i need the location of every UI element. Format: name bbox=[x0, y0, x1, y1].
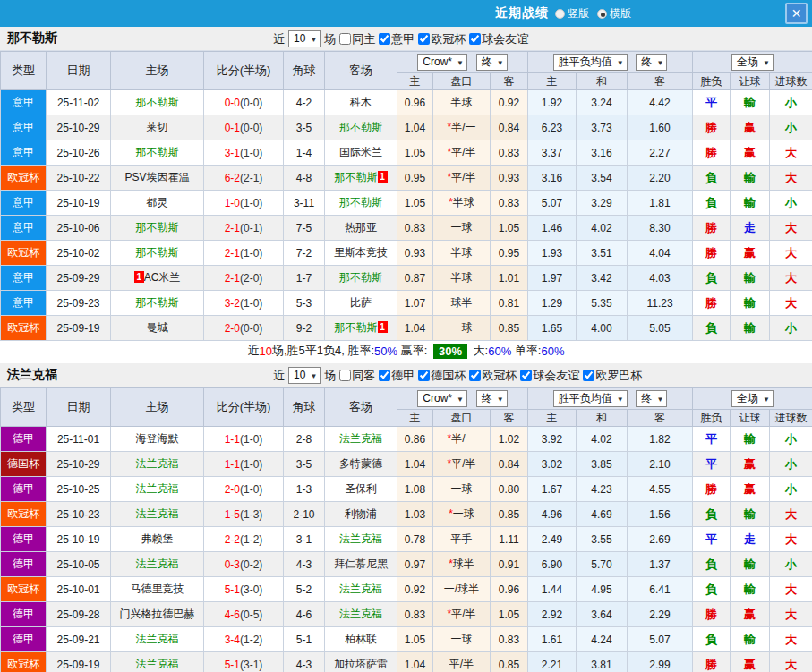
odds-final-select[interactable]: 终 bbox=[476, 390, 508, 407]
checkbox-label: 欧冠杯 bbox=[431, 31, 466, 47]
avg-home-cell: 1.67 bbox=[528, 477, 577, 502]
odds-home-cell: 1.05 bbox=[397, 140, 433, 166]
bookmaker-select[interactable]: Crow* bbox=[417, 54, 467, 71]
avg-draw-cell: 3.16 bbox=[577, 140, 628, 166]
league-cell: 德甲 bbox=[1, 552, 47, 577]
avg-away-cell: 2.99 bbox=[628, 652, 693, 672]
home-team-cell: 法兰克福 bbox=[111, 552, 204, 577]
fulltime-select[interactable]: 全场 bbox=[731, 54, 774, 71]
avg-home-cell: 6.90 bbox=[528, 552, 577, 577]
league-cell: 欧冠杯 bbox=[1, 652, 47, 672]
col-header-away: 客场 bbox=[325, 52, 397, 90]
handicap-result-cell: 走 bbox=[731, 527, 770, 552]
home-team-cell: 那不勒斯 bbox=[111, 140, 204, 166]
final-score: 1-1 bbox=[225, 433, 240, 446]
result-cell: 勝 bbox=[693, 241, 731, 266]
odds-group-header: Crow* 终 bbox=[397, 388, 528, 410]
col-header-avg-away: 客 bbox=[628, 73, 693, 90]
avg-select[interactable]: 胜平负均值 bbox=[553, 54, 628, 71]
league-cell: 德国杯 bbox=[1, 452, 47, 477]
league-cell: 欧冠杯 bbox=[1, 241, 47, 266]
handicap-cell: 一球 bbox=[433, 477, 491, 502]
odds-home-cell: 0.78 bbox=[397, 527, 433, 552]
avg-home-cell: 4.96 bbox=[528, 502, 577, 527]
half-score: (1-0) bbox=[240, 433, 262, 446]
col-header-goals-result: 进球数 bbox=[770, 410, 812, 427]
half-score: (1-2) bbox=[240, 634, 262, 646]
layout-radio-vertical[interactable]: 竖版 bbox=[555, 6, 589, 21]
team-label: 法兰克福 bbox=[339, 532, 382, 545]
checkbox-input[interactable] bbox=[469, 370, 481, 381]
odds-home-cell: 0.83 bbox=[397, 216, 433, 241]
col-header-date: 日期 bbox=[47, 52, 111, 90]
handicap-label: 平手 bbox=[451, 532, 473, 545]
avg-final-select[interactable]: 终 bbox=[636, 390, 667, 407]
final-score: 3-1 bbox=[225, 147, 240, 159]
match-row: 意甲25-09-23那不勒斯3-2(1-0)5-3比萨1.07球半0.811.2… bbox=[1, 291, 812, 316]
date-cell: 25-09-28 bbox=[47, 602, 111, 627]
layout-radio-horizontal[interactable]: 横版 bbox=[597, 6, 631, 21]
league-cell: 德甲 bbox=[1, 427, 47, 452]
checkbox-input[interactable] bbox=[520, 370, 532, 381]
checkbox-input[interactable] bbox=[418, 33, 430, 45]
odds-home-cell: 0.92 bbox=[397, 577, 433, 602]
handicap-cell: 半球 bbox=[433, 90, 491, 115]
avg-select[interactable]: 胜平负均值 bbox=[553, 390, 628, 407]
checkbox-input[interactable] bbox=[469, 33, 481, 45]
checkbox-input[interactable] bbox=[418, 370, 430, 381]
match-row: 德甲25-10-25法兰克福2-0(1-0)1-3圣保利1.08一球0.801.… bbox=[1, 477, 812, 502]
final-score: 1-5 bbox=[225, 508, 240, 521]
date-cell: 25-10-22 bbox=[47, 166, 111, 191]
league-checkbox[interactable]: 欧冠杯 bbox=[469, 368, 517, 384]
handicap-result-cell: 赢 bbox=[731, 452, 770, 477]
half-score: (1-2) bbox=[240, 533, 262, 546]
home-team-cell: 海登海默 bbox=[111, 427, 204, 452]
league-checkbox[interactable]: 欧冠杯 bbox=[418, 31, 466, 47]
avg-final-select[interactable]: 终 bbox=[636, 54, 667, 71]
summary-segment: 场,胜5平1负4, 胜率: bbox=[272, 343, 374, 359]
avg-away-cell: 1.56 bbox=[628, 502, 693, 527]
score-cell: 2-1(0-1) bbox=[204, 216, 284, 241]
avg-away-cell: 1.37 bbox=[628, 552, 693, 577]
away-team-cell: 国际米兰 bbox=[325, 140, 397, 166]
goals-result-cell: 大 bbox=[770, 627, 812, 652]
half-score: (2-0) bbox=[240, 272, 262, 285]
summary-segment: 60% bbox=[541, 345, 564, 358]
handicap-cell: *平/半 bbox=[433, 140, 491, 166]
col-header-avg-home: 主 bbox=[528, 410, 577, 427]
checkbox-input[interactable] bbox=[339, 33, 351, 45]
league-checkbox[interactable]: 德甲 bbox=[379, 368, 415, 384]
checkbox-label: 同主 bbox=[352, 31, 375, 47]
bookmaker-select[interactable]: Crow* bbox=[417, 390, 467, 407]
match-count-select[interactable]: 10 bbox=[288, 30, 321, 47]
avg-away-cell: 1.81 bbox=[628, 191, 693, 216]
filter-near-label: 近 bbox=[273, 368, 285, 384]
league-checkbox[interactable]: 德国杯 bbox=[418, 368, 466, 384]
checkbox-input[interactable] bbox=[379, 33, 390, 45]
corner-cell: 4-6 bbox=[284, 602, 325, 627]
handicap-result-cell: 赢 bbox=[731, 241, 770, 266]
league-checkbox[interactable]: 球会友谊 bbox=[469, 31, 528, 47]
league-checkbox[interactable]: 欧罗巴杯 bbox=[583, 368, 642, 384]
avg-home-cell: 1.93 bbox=[528, 241, 577, 266]
league-checkbox[interactable]: 意甲 bbox=[379, 31, 415, 47]
checkbox-input[interactable] bbox=[583, 370, 594, 381]
team-label: 曼城 bbox=[147, 321, 168, 334]
checkbox-input[interactable] bbox=[379, 370, 390, 381]
same-venue-checkbox[interactable]: 同主 bbox=[339, 31, 375, 47]
match-count-select[interactable]: 10 bbox=[288, 367, 321, 384]
odds-home-cell: 1.04 bbox=[397, 652, 433, 672]
same-venue-checkbox[interactable]: 同客 bbox=[339, 368, 375, 384]
close-button[interactable]: ✕ bbox=[785, 3, 808, 24]
goals-result-cell: 小 bbox=[770, 316, 812, 341]
team-label: 法兰克福 bbox=[136, 482, 179, 495]
match-row: 欧冠杯25-09-19法兰克福5-1(3-1)4-3加拉塔萨雷1.04平/半0.… bbox=[1, 652, 812, 672]
league-checkbox[interactable]: 球会友谊 bbox=[520, 368, 579, 384]
handicap-result-cell: 輸 bbox=[731, 266, 770, 291]
fulltime-select[interactable]: 全场 bbox=[731, 390, 774, 407]
final-score: 0-3 bbox=[225, 558, 240, 571]
checkbox-input[interactable] bbox=[339, 370, 351, 381]
match-row: 德甲25-10-19弗赖堡2-2(1-2)3-1法兰克福0.78平手1.112.… bbox=[1, 527, 812, 552]
league-cell: 德甲 bbox=[1, 527, 47, 552]
odds-final-select[interactable]: 终 bbox=[476, 54, 508, 71]
